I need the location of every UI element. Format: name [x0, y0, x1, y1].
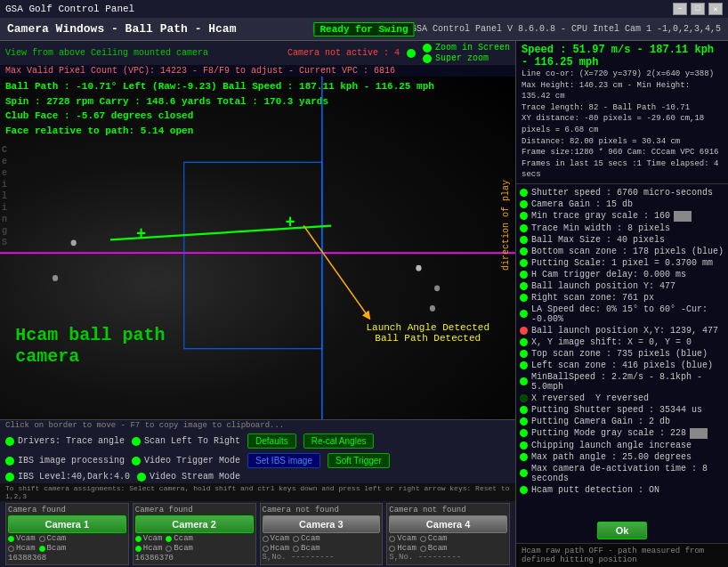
setting-label: Chipping launch angle increase [531, 441, 692, 450]
speed-value: Speed : 51.97 m/s - 187.11 kph - 116.25 … [522, 44, 723, 69]
cam1-bcam-radio[interactable] [39, 546, 45, 552]
svg-point-10 [416, 265, 421, 271]
cam3-ccam-radio[interactable] [293, 536, 299, 542]
camera-view[interactable]: Ball Path : -10.71° Left (Raw:-9.23) Bal… [0, 77, 515, 419]
setting-label: Min trace gray scale : 160 [531, 211, 670, 221]
cam4-vcam-radio[interactable] [389, 536, 395, 542]
video-trigger-led [132, 457, 141, 466]
cam3-status: Camera not found [263, 506, 381, 514]
main-window: Camera Windows - Ball Path - Hcam Ready … [0, 18, 728, 567]
xy-distance: XY distance: -80 pixels = -29.60 cm,18 p… [522, 113, 723, 135]
defaults-button[interactable]: Defaults [247, 433, 296, 449]
setting-label: Left scan zone : 416 pixels (blue) [531, 360, 713, 370]
camera-1-button[interactable]: Camera 1 [8, 515, 126, 533]
camera-4-button[interactable]: Camera 4 [389, 515, 507, 533]
close-button[interactable]: ✕ [708, 3, 723, 15]
setting-row: Trace Min width : 8 pixels [520, 223, 724, 234]
set-ibs-button[interactable]: Set IBS image [247, 453, 320, 468]
cam2-options: Vcam Ccam [135, 534, 254, 543]
controls-row-1: Drivers: Trace angle Scan Left To Right … [0, 431, 515, 451]
maximize-button[interactable]: □ [691, 3, 705, 15]
soft-trigger-button[interactable]: Soft Trigger [328, 453, 390, 468]
cam2-bcam-radio[interactable] [166, 546, 172, 552]
ok-button[interactable]: Ok [597, 522, 648, 539]
scan-lr-label: Scan Left To Right [144, 436, 240, 446]
drivers-trace-label: Drivers: Trace angle [18, 436, 125, 446]
max-height: Max Height: 140.23 cm - Min Height: 135.… [522, 80, 723, 102]
cam4-bcam-radio[interactable] [420, 546, 426, 552]
ibs-level-led [5, 473, 14, 482]
setting-label: Ball launch position X,Y: 1239, 477 [531, 326, 718, 336]
shift-hint: To shift camera assignments: Select came… [0, 483, 515, 501]
cam4-options: Vcam Ccam [389, 534, 507, 543]
cam4-ccam-radio[interactable] [420, 536, 426, 542]
cam3-hcam-radio[interactable] [263, 546, 269, 552]
path-svg: + + [0, 77, 515, 419]
super-zoom-label: Super zoom [435, 53, 489, 63]
cam1-vcam-radio[interactable] [8, 536, 14, 542]
setting-row: Max camera de-activation time : 8 second… [520, 463, 724, 484]
frames-last: Frames in last 15 secs :1 Time elapsed: … [522, 158, 723, 181]
cam1-hcam-radio[interactable] [8, 546, 14, 552]
distance: Distance: 82.00 pixels = 30.34 cm [522, 136, 723, 148]
scan-lr-led [132, 437, 141, 446]
setting-label: Ball Max Size : 40 pixels [531, 235, 665, 245]
setting-label: Putting Shutter speed : 35344 us [531, 405, 702, 415]
bottom-bar: Click on border to move - F7 to copy ima… [0, 419, 515, 567]
ready-badge: Ready for Swing [313, 22, 414, 36]
svg-rect-2 [184, 162, 322, 348]
setting-label: Camera Gain : 15 db [531, 199, 633, 209]
svg-text:+: + [286, 213, 295, 233]
setting-label: Bottom scan zone : 178 pixels (blue) [531, 247, 724, 256]
setting-led-green [520, 441, 528, 450]
recal-angles-button[interactable]: Re-cal Angles [303, 433, 375, 449]
camera-panel: View from above Ceiling mounted camera C… [0, 41, 516, 567]
setting-label: Right scan zone: 761 px [531, 293, 654, 303]
zoom-in-item: Zoom in Screen [423, 43, 510, 53]
setting-row: Putting Camera Gain : 2 db [520, 416, 724, 427]
cam4-options2: Hcam Bcam [389, 544, 507, 553]
camera-found-row: Camera found Camera 1 Vcam Ccam [0, 501, 515, 567]
cam3-options: Vcam Ccam [263, 534, 381, 543]
cam2-hcam-radio[interactable] [135, 546, 142, 552]
setting-led-green [520, 377, 528, 385]
cam2-vcam-radio[interactable] [135, 536, 142, 542]
setting-row: X, Y image shift: X = 0, Y = 0 [520, 336, 724, 348]
setting-led-green [520, 294, 528, 302]
super-zoom-item: Super zoom [423, 53, 510, 63]
setting-label: Putting Mode gray scale : 228 [531, 428, 686, 438]
cam3-bcam-radio[interactable] [293, 546, 299, 552]
setting-label: Shutter speed : 6760 micro-seconds [531, 188, 713, 198]
setting-led-green [520, 361, 528, 369]
cam2-options2: Hcam Bcam [135, 544, 254, 553]
setting-led-red [520, 327, 528, 335]
camera-3-button[interactable]: Camera 3 [263, 515, 381, 533]
camera-1-box: Camera found Camera 1 Vcam Ccam [5, 503, 129, 565]
setting-row: Right scan zone: 761 px [520, 292, 724, 304]
ibs-image-item: IBS image processing [5, 456, 125, 466]
svg-point-9 [53, 275, 58, 281]
cam4-hcam-radio[interactable] [389, 546, 395, 552]
cam-label: Hcam ball path camera [15, 325, 165, 368]
cam3-vcam-radio[interactable] [263, 536, 269, 542]
setting-row: Ball launch position Y: 477 [520, 280, 724, 292]
setting-led-green [520, 189, 528, 197]
cam1-status: Camera found [8, 506, 126, 514]
minimize-button[interactable]: − [673, 3, 687, 15]
cam2-ccam-radio[interactable] [166, 536, 172, 542]
svg-point-12 [430, 305, 435, 312]
video-stream-led [137, 473, 146, 482]
setting-color-box [674, 211, 692, 222]
setting-row: Hcam putt detection : ON [520, 484, 724, 496]
cam1-ccam-radio[interactable] [39, 536, 45, 542]
setting-led-green [520, 453, 528, 461]
setting-label: Top scan zone : 735 pixels (blue) [531, 349, 708, 359]
svg-line-6 [303, 226, 368, 317]
click-hint: Click on border to move - F7 to copy ima… [0, 420, 515, 431]
svg-point-11 [434, 285, 440, 291]
camera-2-button[interactable]: Camera 2 [135, 515, 254, 533]
bottom-status: Hcam raw path OFF - path measured from d… [516, 543, 728, 567]
video-trigger-item: Video Trigger Mode [132, 456, 240, 466]
cam2-id: 16386370 [135, 554, 254, 563]
controls-row-2: IBS image processing Video Trigger Mode … [0, 451, 515, 470]
